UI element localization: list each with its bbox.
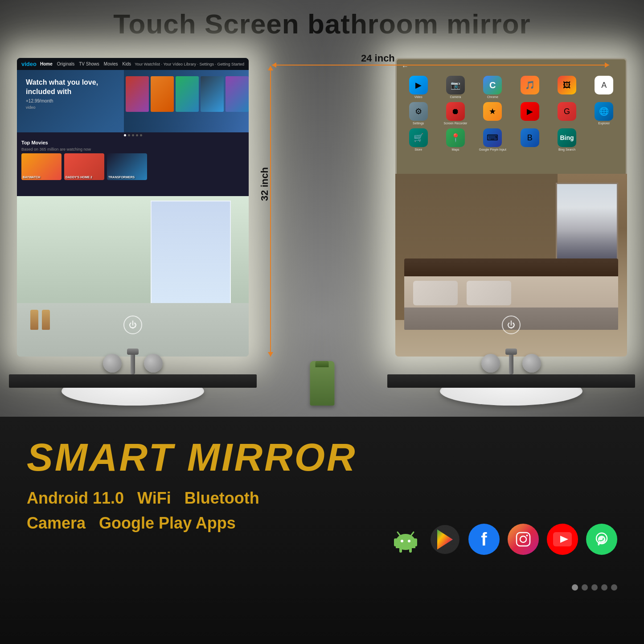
nav-home: Home [40, 62, 53, 66]
faucet-head-right [505, 349, 517, 355]
app-7[interactable]: G [550, 102, 583, 125]
app-input[interactable]: ⌨ Google Pinyin Input [476, 128, 509, 151]
youtube-icon [547, 524, 578, 555]
app-camera[interactable]: 📷 Camera [439, 76, 472, 98]
faucet-head-left [127, 349, 139, 355]
app-youtube[interactable]: ▶ [513, 102, 546, 125]
app-3[interactable]: 🎵 [513, 76, 546, 98]
app-settings-label: Settings [413, 122, 424, 125]
tv-hero-title: Watch what you love,included with [26, 78, 98, 97]
bottle-1 [30, 310, 38, 330]
faucet-spout-right [509, 352, 513, 374]
knob-right-1[interactable] [481, 354, 500, 373]
facebook-letter: f [481, 529, 487, 550]
faucet-knobs-left [103, 352, 163, 374]
movie-baywatch: BAYWATCH [21, 153, 62, 180]
tv-section-title: Top Movies [21, 140, 244, 145]
countertop-left [9, 374, 257, 388]
movie-transformers: TRANSFORMERS [107, 153, 147, 180]
svg-rect-1 [396, 539, 415, 548]
feature-google-play: Google Play Apps [99, 514, 236, 533]
thumb-4 [201, 76, 224, 112]
app-chrome[interactable]: C Chrome [476, 76, 509, 98]
svg-point-15 [526, 535, 528, 537]
android-screen: ← ▶ Video 📷 Camera C Chrome 🎵 🖼 [395, 58, 627, 174]
svg-point-3 [401, 540, 403, 542]
dot-indicator-3 [591, 584, 598, 591]
tv-hero-text: Watch what you love,included with +12.99… [26, 78, 98, 110]
bathroom-bg: ⏻ [17, 196, 249, 357]
tv-hero-logo-text: video [26, 105, 98, 110]
knob-left-2[interactable] [144, 354, 163, 373]
nav-movies: Movies [104, 62, 118, 66]
app-4-icon: 🖼 [558, 76, 576, 94]
power-button-left[interactable]: ⏻ [123, 316, 142, 334]
height-label: 32 inch [248, 178, 282, 190]
svg-rect-8 [414, 538, 417, 546]
tv-nav: video Home Originals TV Shows Movies Kid… [17, 58, 249, 70]
app-camera-icon: 📷 [446, 76, 465, 94]
app-5-icon: A [595, 76, 613, 94]
mirror-left: video Home Originals TV Shows Movies Kid… [17, 58, 249, 357]
app-bing-label: Bing Search [558, 148, 575, 151]
countertop-right [387, 374, 635, 388]
tv-hero-thumbnails [124, 70, 249, 132]
app-3-icon: 🎵 [521, 76, 539, 94]
knob-left-1[interactable] [103, 354, 122, 373]
app-recorder-icon: ⏺ [446, 102, 465, 121]
tv-screen: video Home Originals TV Shows Movies Kid… [17, 58, 249, 196]
svg-line-6 [411, 532, 414, 536]
app-maps[interactable]: 📍 Maps [439, 128, 472, 151]
thumb-1 [126, 76, 149, 112]
app-chrome-label: Chrome [487, 95, 498, 98]
app-explorer[interactable]: 🌐 Explorer [587, 102, 621, 125]
facebook-icon: f [468, 524, 500, 555]
feature-android: Android 11.0 [27, 489, 124, 508]
app-maps-label: Maps [451, 148, 459, 151]
bathroom-window [151, 201, 231, 308]
app-5[interactable]: A [587, 76, 621, 98]
nav-originals: Originals [57, 62, 74, 66]
bed-pillow-2 [467, 281, 511, 305]
bedroom-artwork [556, 183, 618, 263]
social-icons: f [390, 524, 617, 555]
app-chrome-icon: C [483, 76, 502, 94]
width-label: 24 inch [361, 53, 395, 64]
tv-section: Top Movies Based on 365 million are watc… [17, 138, 249, 182]
app-6[interactable]: ★ [476, 102, 509, 125]
app-bing-icon: Bing [558, 128, 576, 147]
power-button-right[interactable]: ⏻ [502, 316, 521, 334]
smart-mirror-title: SMART MIRROR [0, 417, 644, 484]
google-play-icon [429, 524, 460, 555]
app-4[interactable]: 🖼 [550, 76, 583, 98]
app-video[interactable]: ▶ Video [402, 76, 435, 98]
feature-camera: Camera [27, 514, 86, 533]
knob-right-2[interactable] [522, 354, 541, 373]
app-7-icon: G [558, 102, 576, 121]
indicator-dots [572, 584, 617, 591]
dot-3 [132, 134, 134, 136]
app-youtube-icon: ▶ [521, 102, 539, 121]
dot-2 [128, 134, 130, 136]
back-arrow-icon[interactable]: ← [402, 62, 409, 70]
dimension-vertical [270, 66, 271, 357]
dot-5 [140, 134, 142, 136]
app-bing[interactable]: Bing Bing Search [550, 128, 583, 151]
page-title: Touch Screen bathroom mirror [0, 8, 644, 40]
thumb-5 [226, 76, 249, 112]
tv-section-sub: Based on 365 million are watching now [21, 147, 244, 152]
tv-hero-sub: +12.99/month [26, 98, 98, 103]
tv-carousel-dots [17, 132, 249, 138]
app-settings[interactable]: ⚙ Settings [402, 102, 435, 125]
svg-point-4 [408, 540, 410, 542]
app-8[interactable]: B [513, 128, 546, 151]
app-recorder[interactable]: ⏺ Screen Recorder [439, 102, 472, 125]
app-video-icon: ▶ [409, 76, 428, 94]
features-row-1: Android 11.0 WiFi Bluetooth [0, 489, 644, 508]
dot-4 [136, 134, 138, 136]
app-store[interactable]: 🛒 Store [402, 128, 435, 151]
android-topbar: ← [400, 62, 623, 70]
app-store-label: Store [414, 148, 422, 151]
nav-kids: Kids [123, 62, 131, 66]
svg-line-5 [398, 532, 400, 536]
